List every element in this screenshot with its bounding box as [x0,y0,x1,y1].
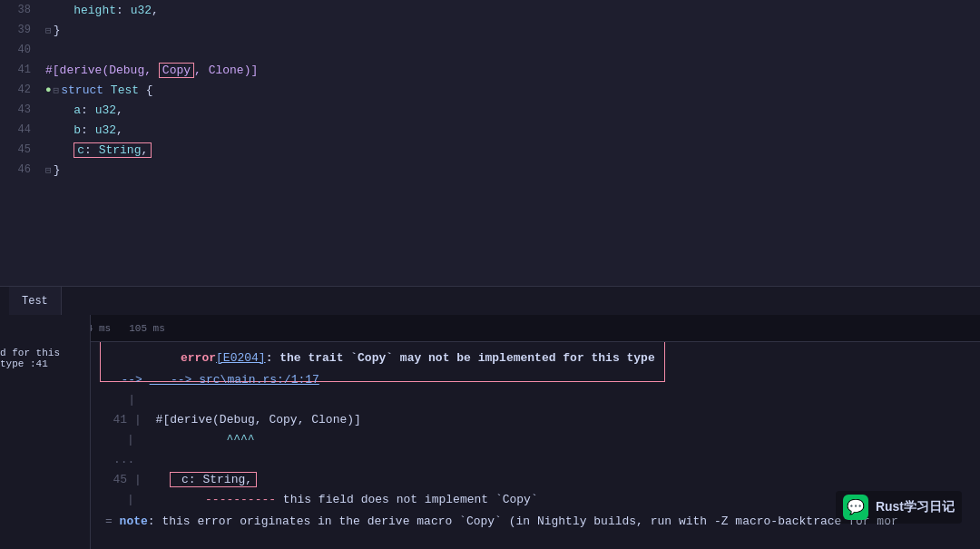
code-line-39: 39 ⊟ } [0,20,980,40]
terminal-sidebar: d for this type :41 [0,315,91,549]
line-content-41: #[derive(Debug, Copy, Clone)] [45,64,258,77]
terminal-src-41: 41 | #[derive(Debug, Copy, Clone)] [100,409,980,429]
src-content-45: c: String, [149,472,257,487]
terminal-src-45: 45 | c: String, [100,469,980,489]
sidebar-time: d for this type :41 [0,348,84,369]
dash-underline: ---------- [142,493,283,506]
tab-test[interactable]: Test [9,287,62,315]
terminal-pipe-1: | [100,389,980,409]
code-line-40: 40 [0,40,980,60]
tab-label: Test [22,295,48,308]
line-content-39: } [54,24,61,37]
pipe-carets: | [127,433,134,446]
code-line-43: 43 a: u32, [0,100,980,120]
src-line-num-41: 41 [100,413,127,426]
code-line-45: 45 c: String, [0,140,980,160]
code-lines: 38 height: u32, 39 ⊟ } 40 41 #[derive(De… [0,0,980,286]
wechat-icon: 💬 [843,495,868,520]
dash-message: this field does not implement `Copy` [283,493,538,506]
fold-icon-46[interactable]: ⊟ [45,164,52,176]
line-num-44: 44 [0,123,45,136]
code-line-44: 44 b: u32, [0,120,980,140]
line-num-45: 45 [0,143,45,156]
code-editor: 38 height: u32, 39 ⊟ } 40 41 #[derive(De… [0,0,980,286]
caret-chars: ^^^^ [142,433,255,446]
line-content-44: b: u32, [45,123,123,137]
line-num-42: 42 [0,83,45,96]
line-content-43: a: u32, [45,103,123,117]
pipe-char-2: | [127,493,134,506]
code-line-41: 41 #[derive(Debug, Copy, Clone)] [0,60,980,80]
line-num-41: 41 [0,64,45,76]
note-label: note [120,515,148,528]
line-num-38: 38 [0,4,45,16]
line-content-38: height: u32, [45,4,159,17]
line-num-39: 39 [0,24,45,36]
arrow-icon: --> [100,373,150,387]
fold-icon-39[interactable]: ⊟ [45,25,52,36]
pipe-41: | [134,413,142,426]
line-num-40: 40 [0,44,45,56]
note-equals: = [105,515,120,528]
error-label: error [181,351,216,365]
terminal-carets: | ^^^^ [100,429,980,449]
tab-bar: Test [0,286,980,315]
src-line-num-45: 45 [100,473,127,486]
line-num-43: 43 [0,103,45,116]
terminal-top-bar: 11:31 with 354 ms 105 ms [0,315,980,342]
code-line-42: 42 ● ⊟ struct Test { [0,80,980,100]
file-link[interactable]: --> src\main.rs:/1:17 [150,373,319,387]
src-content-41: #[derive(Debug, Copy, Clone)] [149,413,361,426]
line-content-42: struct Test { [61,83,152,97]
note-text: : this error originates in the derive ma… [148,515,898,528]
pipe-char-1: | [100,393,135,407]
wechat-badge: 💬 Rust学习日记 [836,491,962,524]
line-content-46: } [54,163,61,177]
terminal-ms: 105 ms [129,323,165,334]
dots-chars: ... [113,453,134,466]
wechat-symbol: 💬 [847,498,865,516]
wechat-label: Rust学习日记 [876,499,955,515]
line-num-46: 46 [0,163,45,176]
error-message: : the trait `Copy` may not be implemente… [266,351,655,365]
line-content-45: c: String, [45,143,152,157]
terminal-error-line: error[E0204]: the trait `Copy` may not b… [100,348,980,368]
error-code[interactable]: [E0204] [216,351,266,365]
code-line-38: 38 height: u32, [0,0,980,20]
fold-icon-42[interactable]: ⊟ [54,84,60,96]
code-line-46: 46 ⊟ } [0,160,980,180]
warning-icon-42: ● [45,84,52,95]
pipe-45: | [134,473,142,486]
terminal-dots: ... [100,449,980,469]
terminal-area: 11:31 with 354 ms 105 ms d for this type… [0,315,980,549]
